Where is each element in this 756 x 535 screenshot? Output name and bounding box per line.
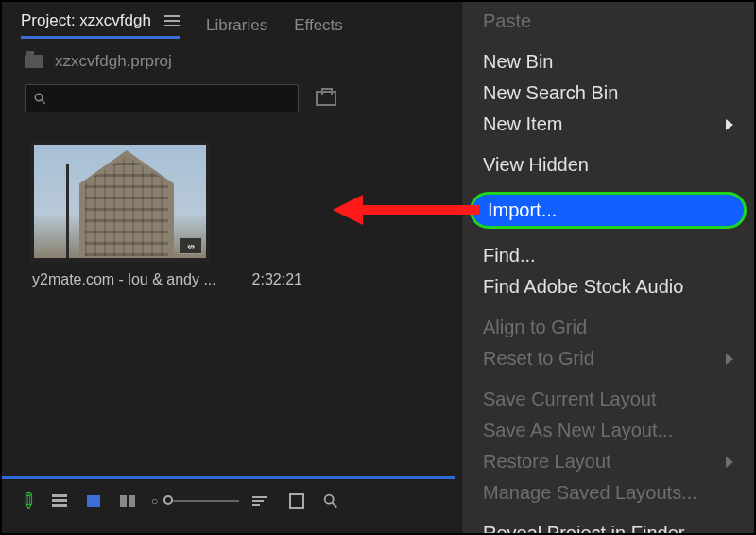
project-file-name: xzxcvfdgh.prproj — [55, 52, 172, 71]
menu-find[interactable]: Find... — [462, 240, 754, 271]
search-icon — [33, 92, 47, 106]
zoom-slider[interactable]: ○ — [151, 494, 239, 508]
menu-align-grid: Align to Grid — [462, 312, 754, 343]
find-button[interactable] — [320, 492, 341, 509]
panel-menu-icon[interactable] — [164, 15, 180, 26]
svg-point-0 — [35, 94, 43, 101]
automate-to-sequence-button[interactable] — [286, 492, 307, 509]
menu-paste: Paste — [462, 6, 754, 37]
project-file-icon — [25, 55, 43, 68]
svg-point-2 — [325, 494, 334, 503]
menu-new-item[interactable]: New Item — [462, 109, 754, 140]
context-menu: Paste New Bin New Search Bin New Item Vi… — [461, 2, 754, 535]
submenu-arrow-icon — [726, 354, 733, 365]
menu-save-layout: Save Current Layout — [462, 384, 754, 415]
clip-duration: 2:32:21 — [252, 271, 302, 288]
clip-type-badge-icon: ↮ — [180, 237, 202, 254]
svg-line-3 — [333, 502, 337, 507]
tab-project[interactable]: Project: xzxcvfdgh — [21, 11, 180, 39]
menu-save-as-layout: Save As New Layout... — [462, 415, 754, 446]
project-panel-toolbar: ✎ ○ — [2, 476, 455, 522]
clip-name: y2mate.com - lou & andy ... — [32, 271, 216, 288]
menu-manage-layouts: Manage Saved Layouts... — [462, 477, 754, 509]
menu-new-search-bin[interactable]: New Search Bin — [462, 78, 754, 109]
menu-restore-layout: Restore Layout — [462, 446, 754, 477]
submenu-arrow-icon — [726, 119, 733, 130]
submenu-arrow-icon — [726, 457, 733, 468]
freeform-view-button[interactable] — [117, 492, 138, 509]
tab-project-label: Project: xzxcvfdgh — [21, 11, 151, 30]
clip-thumbnail[interactable]: ↮ — [30, 141, 210, 262]
menu-view-hidden[interactable]: View Hidden — [462, 149, 754, 181]
list-view-button[interactable] — [49, 492, 70, 509]
sort-button[interactable] — [252, 492, 273, 509]
clip-image: ↮ — [34, 145, 206, 258]
menu-find-stock-audio[interactable]: Find Adobe Stock Audio — [462, 271, 754, 302]
new-bin-icon[interactable] — [316, 91, 336, 106]
menu-import[interactable]: Import... — [470, 192, 747, 229]
icon-view-button[interactable] — [83, 492, 104, 509]
menu-reveal-in-finder[interactable]: Reveal Project in Finder... — [462, 518, 754, 535]
write-mode-icon[interactable]: ✎ — [12, 486, 42, 515]
tab-effects[interactable]: Effects — [294, 16, 343, 35]
tab-libraries[interactable]: Libraries — [206, 16, 267, 35]
menu-reset-grid: Reset to Grid — [462, 343, 754, 374]
search-input[interactable] — [25, 84, 299, 112]
menu-new-bin[interactable]: New Bin — [462, 46, 754, 78]
svg-line-1 — [42, 100, 45, 104]
